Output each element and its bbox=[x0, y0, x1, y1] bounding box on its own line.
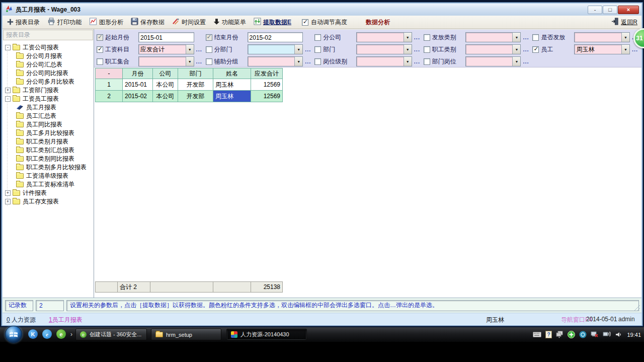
tab-employee-monthly-report[interactable]: 1员工月报表 bbox=[49, 316, 120, 324]
filter-control[interactable]: ▼ bbox=[465, 44, 521, 54]
company-cell[interactable]: 本公司 bbox=[153, 79, 178, 91]
ellipsis-button[interactable]: ... bbox=[305, 58, 311, 64]
tree-item[interactable]: 工资清单级报表 bbox=[4, 172, 94, 180]
tree-toggle-icon[interactable]: - bbox=[5, 45, 11, 50]
name-cell[interactable]: 周玉林 bbox=[213, 79, 251, 91]
dropdown-arrow-icon[interactable]: ▼ bbox=[294, 57, 302, 66]
dropdown-arrow-icon[interactable]: ▼ bbox=[512, 57, 520, 66]
filter-control[interactable]: 周玉林 ▼ bbox=[574, 44, 630, 54]
tree-item[interactable]: 员工工资标准清单 bbox=[4, 180, 94, 189]
graph-analysis-button[interactable]: 图形分析 bbox=[89, 18, 123, 27]
tree-item[interactable]: 职工类别月报表 bbox=[4, 137, 94, 146]
filter-checkbox[interactable] bbox=[424, 46, 430, 53]
ellipsis-button[interactable]: ... bbox=[632, 46, 638, 52]
auto-height-checkbox-group[interactable]: 自动调节高度 bbox=[302, 18, 347, 27]
filter-control[interactable]: 应发合计 ▼ bbox=[138, 44, 194, 54]
filter-checkbox[interactable] bbox=[532, 34, 539, 41]
network-error-icon[interactable] bbox=[591, 331, 599, 338]
tree-toggle-icon[interactable]: + bbox=[5, 190, 11, 196]
dropdown-arrow-icon[interactable]: ▼ bbox=[621, 45, 629, 54]
taskbar-button-hr-app[interactable]: 人力资源-20140430 bbox=[226, 329, 307, 340]
dropdown-arrow-icon[interactable]: ▼ bbox=[404, 57, 412, 66]
month-cell[interactable]: 2015-01 bbox=[123, 79, 153, 91]
dropdown-arrow-icon[interactable]: ▼ bbox=[512, 33, 520, 42]
column-header-dept[interactable]: 部门 bbox=[178, 68, 213, 79]
tree-item[interactable]: 员工多月比较报表 bbox=[4, 129, 94, 137]
taskbar-button-browser[interactable]: e 创建话题 - 360安全... bbox=[75, 329, 147, 340]
extract-data-button[interactable]: 提取数据E bbox=[254, 18, 291, 27]
tab-hr-home[interactable]: 0 人力资源 bbox=[7, 316, 36, 324]
column-header-month[interactable]: 月份 bbox=[123, 68, 153, 79]
clock[interactable]: 19:41 bbox=[627, 332, 641, 338]
row-number-cell[interactable]: 2 bbox=[95, 91, 123, 102]
filter-control[interactable]: ▼ bbox=[248, 56, 303, 66]
tree-toggle-icon[interactable]: + bbox=[5, 88, 11, 93]
start-button[interactable] bbox=[5, 326, 22, 343]
quick-launch-expand-icon[interactable]: › bbox=[70, 331, 72, 338]
window-stack-icon[interactable] bbox=[556, 331, 564, 338]
report-catalog-button[interactable]: 报表目录 bbox=[7, 18, 40, 27]
time-settings-button[interactable]: 时间设置 bbox=[172, 18, 206, 27]
ellipsis-button[interactable]: ... bbox=[305, 46, 311, 52]
dropdown-arrow-icon[interactable]: ▼ bbox=[186, 45, 194, 54]
filter-control[interactable]: 2015-02 ▼ bbox=[248, 32, 303, 42]
maximize-button[interactable]: □ bbox=[603, 6, 617, 14]
filter-control[interactable]: ▼ bbox=[465, 56, 521, 66]
data-analysis-button[interactable]: 数据分析 bbox=[366, 18, 390, 27]
filter-control[interactable]: ▼ bbox=[465, 32, 521, 42]
ellipsis-button[interactable]: ... bbox=[523, 58, 529, 64]
tree-item[interactable]: + 计件报表 bbox=[4, 189, 94, 197]
ellipsis-button[interactable]: ... bbox=[196, 46, 203, 52]
filter-checkbox[interactable] bbox=[424, 58, 430, 65]
dept-cell[interactable]: 开发部 bbox=[178, 91, 213, 102]
filter-control[interactable]: ▼ bbox=[356, 44, 412, 54]
filter-checkbox[interactable] bbox=[314, 58, 321, 65]
total-cell[interactable]: 12569 bbox=[251, 79, 283, 91]
dropdown-arrow-icon[interactable]: ▼ bbox=[621, 33, 629, 42]
network-signal-icon[interactable] bbox=[603, 331, 611, 338]
dropdown-arrow-icon[interactable]: ▼ bbox=[404, 45, 412, 54]
ellipsis-button[interactable]: ... bbox=[414, 46, 421, 52]
ellipsis-button[interactable]: ... bbox=[523, 34, 529, 40]
filter-control[interactable]: ▼ bbox=[248, 44, 303, 54]
corner-header-cell[interactable]: - bbox=[95, 68, 123, 79]
column-header-company[interactable]: 公司 bbox=[153, 68, 178, 79]
dropdown-arrow-icon[interactable]: ▼ bbox=[186, 57, 194, 66]
browser-360-icon[interactable]: e bbox=[56, 329, 66, 339]
filter-control[interactable]: ▼ bbox=[574, 32, 630, 42]
dropdown-arrow-icon[interactable]: ▼ bbox=[404, 33, 412, 42]
close-button[interactable]: × bbox=[618, 6, 639, 14]
tree-item[interactable]: 职工类别汇总报表 bbox=[4, 146, 94, 155]
tree-item[interactable]: + 工资部门报表 bbox=[4, 86, 94, 95]
ie-browser-icon[interactable]: e bbox=[42, 329, 52, 339]
filter-checkbox[interactable] bbox=[97, 46, 103, 53]
tree-item[interactable]: 员工月报表 bbox=[4, 103, 94, 112]
filter-checkbox[interactable] bbox=[314, 46, 321, 53]
filter-control[interactable]: ▼ bbox=[356, 56, 412, 66]
column-header-name[interactable]: 姓名 bbox=[213, 68, 251, 79]
filter-checkbox[interactable] bbox=[314, 34, 321, 41]
tree-item[interactable]: - 工资员工报表 bbox=[4, 95, 94, 103]
filter-checkbox[interactable] bbox=[424, 34, 430, 41]
filter-checkbox[interactable] bbox=[206, 34, 212, 41]
filter-checkbox[interactable] bbox=[206, 58, 212, 65]
filter-control[interactable]: 2015-01 ▼ bbox=[138, 32, 194, 42]
function-menu-button[interactable]: 功能菜单 bbox=[213, 18, 246, 27]
dept-cell[interactable]: 开发部 bbox=[178, 79, 213, 91]
filter-checkbox[interactable] bbox=[97, 34, 103, 41]
company-cell[interactable]: 本公司 bbox=[153, 91, 178, 102]
ellipsis-button[interactable]: ... bbox=[523, 46, 529, 52]
green-plus-icon[interactable] bbox=[568, 331, 575, 338]
tree-item[interactable]: 分公司同比报表 bbox=[4, 69, 94, 78]
month-cell[interactable]: 2015-02 bbox=[123, 91, 153, 102]
tree-item[interactable]: 职工类别多月比较报表 bbox=[4, 163, 94, 172]
ellipsis-button[interactable]: ... bbox=[196, 58, 203, 64]
name-cell-selected[interactable]: 周玉林 bbox=[213, 91, 251, 102]
tree-item[interactable]: 分公司汇总表 bbox=[4, 60, 94, 69]
filter-checkbox[interactable] bbox=[532, 46, 539, 53]
tree-item[interactable]: 员工同比报表 bbox=[4, 120, 94, 129]
save-data-button[interactable]: 保存数据 bbox=[131, 18, 165, 27]
taskbar-button-folder[interactable]: hrm_setup bbox=[151, 329, 221, 340]
minimize-button[interactable]: - bbox=[588, 6, 602, 14]
ellipsis-button[interactable]: ... bbox=[414, 34, 421, 40]
